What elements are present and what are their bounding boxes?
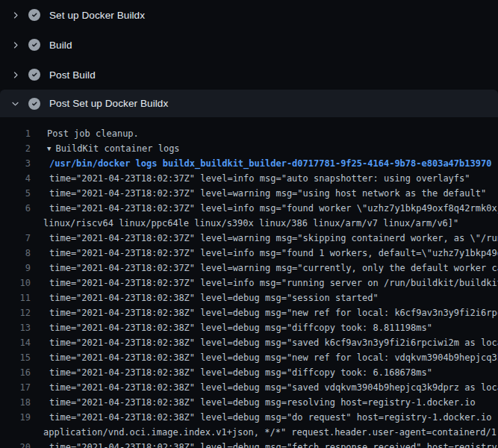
log-text: BuildKit container logs xyxy=(55,141,179,156)
log-line: 10 time="2021-04-23T18:02:37Z" level=inf… xyxy=(0,276,498,290)
log-line: 6 time="2021-04-23T18:02:37Z" level=info… xyxy=(0,201,498,216)
log-line: 16 time="2021-04-23T18:02:38Z" level=deb… xyxy=(0,365,498,380)
log-line: 11 time="2021-04-23T18:02:38Z" level=deb… xyxy=(0,290,498,305)
line-number xyxy=(0,425,31,440)
log-line: 9 time="2021-04-23T18:02:37Z" level=warn… xyxy=(0,261,498,276)
line-number[interactable]: 20 xyxy=(0,440,31,448)
log-text: time="2021-04-23T18:02:37Z" level=warnin… xyxy=(31,261,498,276)
line-number[interactable]: 18 xyxy=(0,395,31,410)
line-number[interactable]: 7 xyxy=(0,231,31,246)
log-line: linux/riscv64 linux/ppc64le linux/s390x … xyxy=(0,216,498,231)
check-circle-icon xyxy=(28,9,40,21)
line-number[interactable]: 11 xyxy=(0,290,31,305)
line-number[interactable]: 10 xyxy=(0,276,31,290)
line-number[interactable]: 14 xyxy=(0,335,31,350)
line-number[interactable]: 5 xyxy=(0,186,31,201)
log-text: time="2021-04-23T18:02:38Z" level=debug … xyxy=(31,365,432,380)
log-text: time="2021-04-23T18:02:37Z" level=warnin… xyxy=(31,231,498,246)
line-number[interactable]: 9 xyxy=(0,261,31,276)
log-line: 7 time="2021-04-23T18:02:37Z" level=warn… xyxy=(0,231,498,246)
step-row-build[interactable]: Build xyxy=(0,30,498,60)
log-text: /usr/bin/docker logs buildx_buildkit_bui… xyxy=(31,156,491,171)
log-line: 13 time="2021-04-23T18:02:38Z" level=deb… xyxy=(0,320,498,335)
chevron-right-icon[interactable] xyxy=(9,69,21,81)
chevron-right-icon[interactable] xyxy=(9,9,21,21)
log-text: time="2021-04-23T18:02:38Z" level=debug … xyxy=(31,335,498,350)
step-row-post-build[interactable]: Post Build xyxy=(0,60,498,90)
line-number[interactable]: 1 xyxy=(0,126,31,141)
log-line: application/vnd.oci.image.index.v1+json,… xyxy=(0,425,498,440)
line-number[interactable]: 6 xyxy=(0,201,31,216)
log-text: time="2021-04-23T18:02:38Z" level=debug … xyxy=(31,440,498,448)
log-line: 20 time="2021-04-23T18:02:38Z" level=deb… xyxy=(0,440,498,448)
line-number[interactable]: 8 xyxy=(0,246,31,261)
log-line: 5 time="2021-04-23T18:02:37Z" level=warn… xyxy=(0,186,498,201)
line-number[interactable]: 13 xyxy=(0,320,31,335)
log-text: linux/riscv64 linux/ppc64le linux/s390x … xyxy=(31,216,458,231)
line-number xyxy=(0,216,31,231)
group-collapse-triangle-icon[interactable]: ▼ xyxy=(31,141,51,156)
log-line: 19 time="2021-04-23T18:02:38Z" level=deb… xyxy=(0,410,498,425)
line-number[interactable]: 17 xyxy=(0,380,31,395)
check-circle-icon xyxy=(28,69,40,81)
log-text: time="2021-04-23T18:02:38Z" level=debug … xyxy=(31,380,498,395)
log-line: 17 time="2021-04-23T18:02:38Z" level=deb… xyxy=(0,380,498,395)
line-number[interactable]: 2 xyxy=(0,141,31,156)
step-label: Post Set up Docker Buildx xyxy=(49,98,168,109)
check-circle-icon xyxy=(28,39,40,51)
log-area: 1 Post job cleanup. 2 ▼BuildKit containe… xyxy=(0,117,498,448)
log-text: time="2021-04-23T18:02:38Z" level=debug … xyxy=(31,320,432,335)
step-label: Build xyxy=(49,40,72,51)
log-text: time="2021-04-23T18:02:37Z" level=info m… xyxy=(31,201,498,216)
log-line: 8 time="2021-04-23T18:02:37Z" level=info… xyxy=(0,246,498,261)
log-text: time="2021-04-23T18:02:38Z" level=debug … xyxy=(31,395,476,410)
log-line: 15 time="2021-04-23T18:02:38Z" level=deb… xyxy=(0,350,498,365)
log-line: 1 Post job cleanup. xyxy=(0,126,498,141)
line-number[interactable]: 4 xyxy=(0,171,31,186)
workflow-log-viewer: Set up Docker Buildx Build Post Build Po… xyxy=(0,0,498,448)
log-line: 12 time="2021-04-23T18:02:38Z" level=deb… xyxy=(0,305,498,320)
line-number[interactable]: 15 xyxy=(0,350,31,365)
log-line: 14 time="2021-04-23T18:02:38Z" level=deb… xyxy=(0,335,498,350)
chevron-down-icon[interactable] xyxy=(9,98,21,110)
line-number[interactable]: 12 xyxy=(0,305,31,320)
log-text: time="2021-04-23T18:02:37Z" level=info m… xyxy=(31,171,470,186)
step-label: Set up Docker Buildx xyxy=(49,10,145,21)
log-text: application/vnd.oci.image.index.v1+json,… xyxy=(31,425,498,440)
step-row-post-set-up-docker-buildx[interactable]: Post Set up Docker Buildx xyxy=(0,90,498,117)
log-text: Post job cleanup. xyxy=(31,126,139,141)
log-text: time="2021-04-23T18:02:37Z" level=info m… xyxy=(31,276,498,290)
log-text: time="2021-04-23T18:02:38Z" level=debug … xyxy=(31,305,498,320)
chevron-right-icon[interactable] xyxy=(9,39,21,51)
log-group-header[interactable]: 2 ▼BuildKit container logs xyxy=(0,141,498,156)
line-number[interactable]: 16 xyxy=(0,365,31,380)
log-line: 4 time="2021-04-23T18:02:37Z" level=info… xyxy=(0,171,498,186)
log-text: time="2021-04-23T18:02:38Z" level=debug … xyxy=(31,410,498,425)
log-text: time="2021-04-23T18:02:37Z" level=warnin… xyxy=(31,186,486,201)
step-row-set-up-docker-buildx[interactable]: Set up Docker Buildx xyxy=(0,0,498,30)
check-circle-icon xyxy=(28,98,40,110)
line-number[interactable]: 3 xyxy=(0,156,31,171)
steps-list: Set up Docker Buildx Build Post Build Po… xyxy=(0,0,498,117)
log-command-line: 3 /usr/bin/docker logs buildx_buildkit_b… xyxy=(0,156,498,171)
log-text: time="2021-04-23T18:02:38Z" level=debug … xyxy=(31,350,498,365)
line-number[interactable]: 19 xyxy=(0,410,31,425)
step-label: Post Build xyxy=(49,69,96,81)
log-text: time="2021-04-23T18:02:37Z" level=info m… xyxy=(31,246,498,261)
log-text: time="2021-04-23T18:02:38Z" level=debug … xyxy=(31,290,379,305)
log-line: 18 time="2021-04-23T18:02:38Z" level=deb… xyxy=(0,395,498,410)
